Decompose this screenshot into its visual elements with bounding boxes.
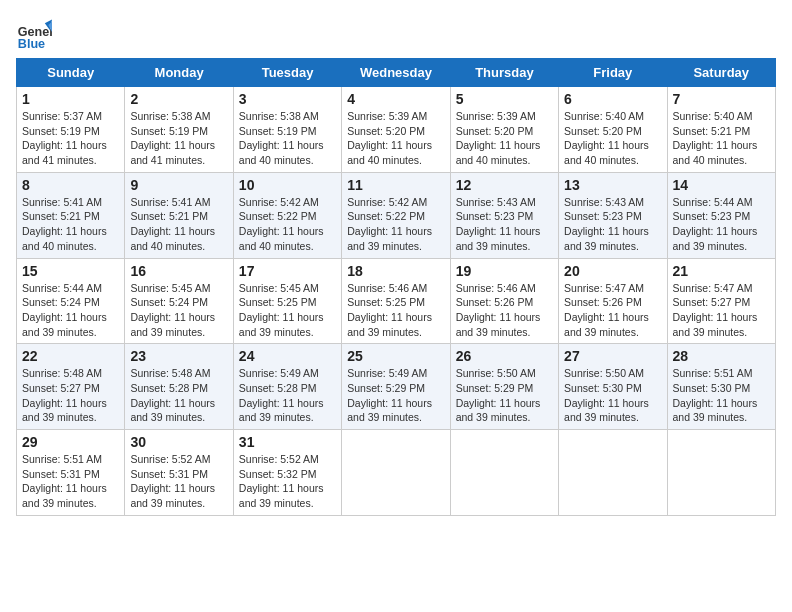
- col-header-friday: Friday: [559, 59, 667, 87]
- day-number: 24: [239, 348, 336, 364]
- header-row: SundayMondayTuesdayWednesdayThursdayFrid…: [17, 59, 776, 87]
- calendar-cell: 15Sunrise: 5:44 AMSunset: 5:24 PMDayligh…: [17, 258, 125, 344]
- day-number: 28: [673, 348, 770, 364]
- calendar-cell: 28Sunrise: 5:51 AMSunset: 5:30 PMDayligh…: [667, 344, 775, 430]
- day-number: 18: [347, 263, 444, 279]
- cell-info: Sunrise: 5:42 AMSunset: 5:22 PMDaylight:…: [239, 195, 336, 254]
- calendar-cell: 22Sunrise: 5:48 AMSunset: 5:27 PMDayligh…: [17, 344, 125, 430]
- day-number: 16: [130, 263, 227, 279]
- col-header-wednesday: Wednesday: [342, 59, 450, 87]
- day-number: 20: [564, 263, 661, 279]
- calendar-cell: 14Sunrise: 5:44 AMSunset: 5:23 PMDayligh…: [667, 172, 775, 258]
- day-number: 23: [130, 348, 227, 364]
- cell-info: Sunrise: 5:41 AMSunset: 5:21 PMDaylight:…: [22, 195, 119, 254]
- logo: General Blue: [16, 16, 52, 52]
- week-row-2: 8Sunrise: 5:41 AMSunset: 5:21 PMDaylight…: [17, 172, 776, 258]
- cell-info: Sunrise: 5:49 AMSunset: 5:29 PMDaylight:…: [347, 366, 444, 425]
- day-number: 8: [22, 177, 119, 193]
- calendar-cell: 23Sunrise: 5:48 AMSunset: 5:28 PMDayligh…: [125, 344, 233, 430]
- calendar-cell: 4Sunrise: 5:39 AMSunset: 5:20 PMDaylight…: [342, 87, 450, 173]
- day-number: 1: [22, 91, 119, 107]
- cell-info: Sunrise: 5:44 AMSunset: 5:24 PMDaylight:…: [22, 281, 119, 340]
- day-number: 3: [239, 91, 336, 107]
- cell-info: Sunrise: 5:51 AMSunset: 5:31 PMDaylight:…: [22, 452, 119, 511]
- col-header-monday: Monday: [125, 59, 233, 87]
- col-header-tuesday: Tuesday: [233, 59, 341, 87]
- cell-info: Sunrise: 5:47 AMSunset: 5:26 PMDaylight:…: [564, 281, 661, 340]
- col-header-sunday: Sunday: [17, 59, 125, 87]
- day-number: 25: [347, 348, 444, 364]
- cell-info: Sunrise: 5:40 AMSunset: 5:21 PMDaylight:…: [673, 109, 770, 168]
- week-row-3: 15Sunrise: 5:44 AMSunset: 5:24 PMDayligh…: [17, 258, 776, 344]
- calendar-cell: 19Sunrise: 5:46 AMSunset: 5:26 PMDayligh…: [450, 258, 558, 344]
- calendar-cell: 9Sunrise: 5:41 AMSunset: 5:21 PMDaylight…: [125, 172, 233, 258]
- cell-info: Sunrise: 5:50 AMSunset: 5:29 PMDaylight:…: [456, 366, 553, 425]
- calendar-cell: 21Sunrise: 5:47 AMSunset: 5:27 PMDayligh…: [667, 258, 775, 344]
- day-number: 2: [130, 91, 227, 107]
- calendar-cell: 13Sunrise: 5:43 AMSunset: 5:23 PMDayligh…: [559, 172, 667, 258]
- calendar-cell: 8Sunrise: 5:41 AMSunset: 5:21 PMDaylight…: [17, 172, 125, 258]
- calendar-cell: 10Sunrise: 5:42 AMSunset: 5:22 PMDayligh…: [233, 172, 341, 258]
- calendar-cell: 26Sunrise: 5:50 AMSunset: 5:29 PMDayligh…: [450, 344, 558, 430]
- day-number: 7: [673, 91, 770, 107]
- cell-info: Sunrise: 5:49 AMSunset: 5:28 PMDaylight:…: [239, 366, 336, 425]
- cell-info: Sunrise: 5:39 AMSunset: 5:20 PMDaylight:…: [456, 109, 553, 168]
- cell-info: Sunrise: 5:52 AMSunset: 5:32 PMDaylight:…: [239, 452, 336, 511]
- logo-icon: General Blue: [16, 16, 52, 52]
- cell-info: Sunrise: 5:42 AMSunset: 5:22 PMDaylight:…: [347, 195, 444, 254]
- cell-info: Sunrise: 5:44 AMSunset: 5:23 PMDaylight:…: [673, 195, 770, 254]
- day-number: 31: [239, 434, 336, 450]
- day-number: 27: [564, 348, 661, 364]
- calendar-cell: [450, 430, 558, 516]
- day-number: 30: [130, 434, 227, 450]
- day-number: 15: [22, 263, 119, 279]
- calendar-cell: [559, 430, 667, 516]
- cell-info: Sunrise: 5:41 AMSunset: 5:21 PMDaylight:…: [130, 195, 227, 254]
- day-number: 21: [673, 263, 770, 279]
- calendar-cell: 1Sunrise: 5:37 AMSunset: 5:19 PMDaylight…: [17, 87, 125, 173]
- calendar-cell: 24Sunrise: 5:49 AMSunset: 5:28 PMDayligh…: [233, 344, 341, 430]
- cell-info: Sunrise: 5:43 AMSunset: 5:23 PMDaylight:…: [456, 195, 553, 254]
- calendar-cell: [342, 430, 450, 516]
- cell-info: Sunrise: 5:38 AMSunset: 5:19 PMDaylight:…: [239, 109, 336, 168]
- cell-info: Sunrise: 5:47 AMSunset: 5:27 PMDaylight:…: [673, 281, 770, 340]
- calendar-cell: 5Sunrise: 5:39 AMSunset: 5:20 PMDaylight…: [450, 87, 558, 173]
- week-row-4: 22Sunrise: 5:48 AMSunset: 5:27 PMDayligh…: [17, 344, 776, 430]
- cell-info: Sunrise: 5:48 AMSunset: 5:28 PMDaylight:…: [130, 366, 227, 425]
- calendar-cell: 18Sunrise: 5:46 AMSunset: 5:25 PMDayligh…: [342, 258, 450, 344]
- calendar-cell: 7Sunrise: 5:40 AMSunset: 5:21 PMDaylight…: [667, 87, 775, 173]
- calendar-cell: 27Sunrise: 5:50 AMSunset: 5:30 PMDayligh…: [559, 344, 667, 430]
- day-number: 17: [239, 263, 336, 279]
- calendar-table: SundayMondayTuesdayWednesdayThursdayFrid…: [16, 58, 776, 516]
- day-number: 19: [456, 263, 553, 279]
- calendar-cell: 2Sunrise: 5:38 AMSunset: 5:19 PMDaylight…: [125, 87, 233, 173]
- cell-info: Sunrise: 5:46 AMSunset: 5:25 PMDaylight:…: [347, 281, 444, 340]
- day-number: 22: [22, 348, 119, 364]
- svg-text:Blue: Blue: [18, 37, 45, 51]
- calendar-cell: 12Sunrise: 5:43 AMSunset: 5:23 PMDayligh…: [450, 172, 558, 258]
- week-row-5: 29Sunrise: 5:51 AMSunset: 5:31 PMDayligh…: [17, 430, 776, 516]
- col-header-thursday: Thursday: [450, 59, 558, 87]
- cell-info: Sunrise: 5:52 AMSunset: 5:31 PMDaylight:…: [130, 452, 227, 511]
- day-number: 29: [22, 434, 119, 450]
- calendar-cell: 29Sunrise: 5:51 AMSunset: 5:31 PMDayligh…: [17, 430, 125, 516]
- cell-info: Sunrise: 5:50 AMSunset: 5:30 PMDaylight:…: [564, 366, 661, 425]
- cell-info: Sunrise: 5:51 AMSunset: 5:30 PMDaylight:…: [673, 366, 770, 425]
- day-number: 5: [456, 91, 553, 107]
- cell-info: Sunrise: 5:38 AMSunset: 5:19 PMDaylight:…: [130, 109, 227, 168]
- day-number: 26: [456, 348, 553, 364]
- calendar-cell: 20Sunrise: 5:47 AMSunset: 5:26 PMDayligh…: [559, 258, 667, 344]
- day-number: 11: [347, 177, 444, 193]
- day-number: 13: [564, 177, 661, 193]
- day-number: 10: [239, 177, 336, 193]
- calendar-cell: 16Sunrise: 5:45 AMSunset: 5:24 PMDayligh…: [125, 258, 233, 344]
- calendar-cell: 17Sunrise: 5:45 AMSunset: 5:25 PMDayligh…: [233, 258, 341, 344]
- cell-info: Sunrise: 5:39 AMSunset: 5:20 PMDaylight:…: [347, 109, 444, 168]
- week-row-1: 1Sunrise: 5:37 AMSunset: 5:19 PMDaylight…: [17, 87, 776, 173]
- day-number: 12: [456, 177, 553, 193]
- calendar-cell: 31Sunrise: 5:52 AMSunset: 5:32 PMDayligh…: [233, 430, 341, 516]
- cell-info: Sunrise: 5:48 AMSunset: 5:27 PMDaylight:…: [22, 366, 119, 425]
- cell-info: Sunrise: 5:45 AMSunset: 5:24 PMDaylight:…: [130, 281, 227, 340]
- cell-info: Sunrise: 5:43 AMSunset: 5:23 PMDaylight:…: [564, 195, 661, 254]
- calendar-cell: 25Sunrise: 5:49 AMSunset: 5:29 PMDayligh…: [342, 344, 450, 430]
